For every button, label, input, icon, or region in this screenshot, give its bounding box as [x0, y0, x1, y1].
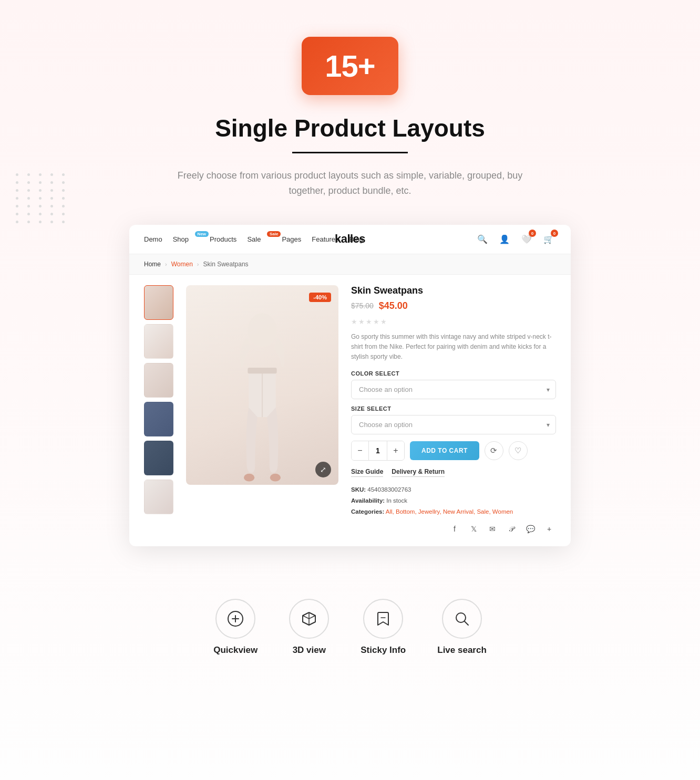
nav-products[interactable]: Products — [210, 235, 236, 243]
sku-label: SKU: — [351, 486, 366, 493]
nav-icons: 🔍 👤 🤍 0 🛒 0 — [475, 232, 556, 246]
svg-line-11 — [465, 621, 468, 625]
size-select-label: SIZE SELECT — [351, 405, 556, 412]
feature-quickview: Quickview — [213, 599, 258, 656]
social-share-row: f 𝕏 ✉ 𝒫 💬 + — [351, 522, 556, 536]
svg-point-5 — [270, 473, 281, 481]
hero-section: 15+ Single Product Layouts Freely choose… — [0, 0, 700, 687]
product-area: -40% — [129, 275, 571, 547]
page-wrapper: 15+ Single Product Layouts Freely choose… — [0, 0, 700, 780]
wishlist-icon-btn[interactable]: 🤍 0 — [519, 232, 534, 246]
compare-btn[interactable]: ⟳ — [485, 441, 503, 460]
feature-stickyinfo: Sticky Info — [361, 599, 406, 656]
nav-shop[interactable]: Shop New — [173, 235, 199, 243]
availability-label: Availability: — [351, 497, 385, 504]
size-select[interactable]: Choose an option — [351, 415, 556, 434]
livesearch-label: Live search — [437, 645, 487, 656]
product-demo-card: Demo Shop New Products Sale Sale Pages F… — [129, 225, 571, 547]
qty-increase-btn[interactable]: + — [387, 441, 404, 460]
breadcrumb-sep-2: › — [197, 261, 199, 267]
svg-point-0 — [248, 313, 276, 347]
size-select-wrap: Choose an option ▾ — [351, 415, 556, 434]
qty-decrease-btn[interactable]: − — [352, 441, 368, 460]
features-row: Quickview 3D view — [213, 578, 487, 687]
nav-sale[interactable]: Sale Sale — [247, 235, 271, 243]
product-links: Size Guide Delivery & Return — [351, 468, 556, 477]
availability-value: In stock — [386, 497, 407, 504]
product-description: Go sporty this summer with this vintage … — [351, 332, 556, 362]
color-select-label: COLOR SELECT — [351, 370, 556, 377]
stickyinfo-icon-wrap — [363, 599, 403, 639]
share-facebook[interactable]: f — [448, 522, 461, 536]
thumb-2[interactable] — [144, 324, 173, 359]
size-guide-link[interactable]: Size Guide — [351, 468, 383, 477]
cube-icon — [301, 610, 317, 627]
account-icon-btn[interactable]: 👤 — [497, 232, 512, 246]
original-price: $75.00 — [351, 301, 374, 310]
product-main-image: -40% — [186, 285, 338, 485]
thumb-1[interactable] — [144, 285, 173, 320]
product-meta: SKU: 4540383002763 Availability: In stoc… — [351, 484, 556, 517]
star-rating: ★ ★ ★ ★ ★ — [351, 318, 556, 326]
cart-count: 0 — [551, 230, 558, 237]
cart-icon-btn[interactable]: 🛒 0 — [541, 232, 556, 246]
price-row: $75.00 $45.00 — [351, 300, 556, 311]
nav-demo[interactable]: Demo — [144, 235, 162, 243]
cart-row: − 1 + ADD TO CART ⟳ ♡ — [351, 441, 556, 461]
share-twitter[interactable]: 𝕏 — [467, 522, 480, 536]
breadcrumb-sep-1: › — [165, 261, 167, 267]
3dview-icon-wrap — [289, 599, 329, 639]
breadcrumb-home[interactable]: Home — [144, 261, 161, 268]
breadcrumb-women[interactable]: Women — [171, 261, 193, 268]
decorative-dots — [16, 173, 68, 223]
availability-row: Availability: In stock — [351, 495, 556, 506]
wishlist-btn[interactable]: ♡ — [509, 441, 528, 460]
share-pinterest[interactable]: 𝒫 — [505, 522, 518, 536]
share-more[interactable]: + — [542, 522, 556, 536]
add-to-cart-btn[interactable]: ADD TO CART — [410, 441, 479, 460]
wishlist-count: 0 — [529, 230, 536, 237]
bookmark-icon — [375, 610, 392, 627]
product-name: Skin Sweatpans — [351, 285, 556, 296]
svg-point-4 — [244, 473, 254, 481]
svg-rect-3 — [248, 368, 276, 373]
product-info: Skin Sweatpans $75.00 $45.00 ★ ★ ★ ★ ★ G… — [351, 285, 556, 536]
expand-image-btn[interactable]: ⤢ — [315, 462, 331, 477]
nav-bar: Demo Shop New Products Sale Sale Pages F… — [129, 225, 571, 254]
feature-3dview: 3D view — [289, 599, 329, 656]
delivery-return-link[interactable]: Delivery & Return — [392, 468, 445, 477]
product-figure — [186, 285, 338, 485]
thumb-3[interactable] — [144, 363, 173, 398]
sku-value: 4540383002763 — [367, 486, 411, 493]
search-icon-btn[interactable]: 🔍 — [475, 232, 490, 246]
sku-row: SKU: 4540383002763 — [351, 484, 556, 495]
thumb-5[interactable] — [144, 441, 173, 475]
nav-links: Demo Shop New Products Sale Sale Pages F… — [144, 235, 475, 243]
3dview-label: 3D view — [293, 645, 326, 656]
quickview-icon — [227, 610, 244, 627]
categories-row: Categories: All, Bottom, Jewellry, New A… — [351, 506, 556, 517]
count-badge: 15+ — [302, 37, 398, 95]
nav-pages[interactable]: Pages — [282, 235, 301, 243]
stickyinfo-label: Sticky Info — [361, 645, 406, 656]
feature-livesearch: Live search — [437, 599, 487, 656]
search-icon — [454, 610, 470, 627]
livesearch-icon-wrap — [442, 599, 482, 639]
thumb-4[interactable] — [144, 402, 173, 436]
quantity-value: 1 — [368, 441, 387, 460]
quickview-label: Quickview — [213, 645, 258, 656]
product-thumbnails — [144, 285, 173, 536]
share-email[interactable]: ✉ — [486, 522, 499, 536]
title-divider — [292, 152, 408, 153]
quantity-control: − 1 + — [351, 441, 405, 461]
breadcrumb: Home › Women › Skin Sweatpans — [129, 254, 571, 275]
sale-price: $45.00 — [379, 300, 408, 311]
color-select-wrap: Choose an option ▾ — [351, 380, 556, 399]
categories-value: All, Bottom, Jewellry, New Arrival, Sale… — [386, 508, 513, 515]
brand-logo: kalles — [335, 232, 365, 246]
color-select[interactable]: Choose an option — [351, 380, 556, 399]
share-messenger[interactable]: 💬 — [523, 522, 537, 536]
categories-label: Categories: — [351, 508, 384, 515]
thumb-6[interactable] — [144, 480, 173, 514]
page-subtitle: Freely choose from various product layou… — [171, 168, 529, 199]
